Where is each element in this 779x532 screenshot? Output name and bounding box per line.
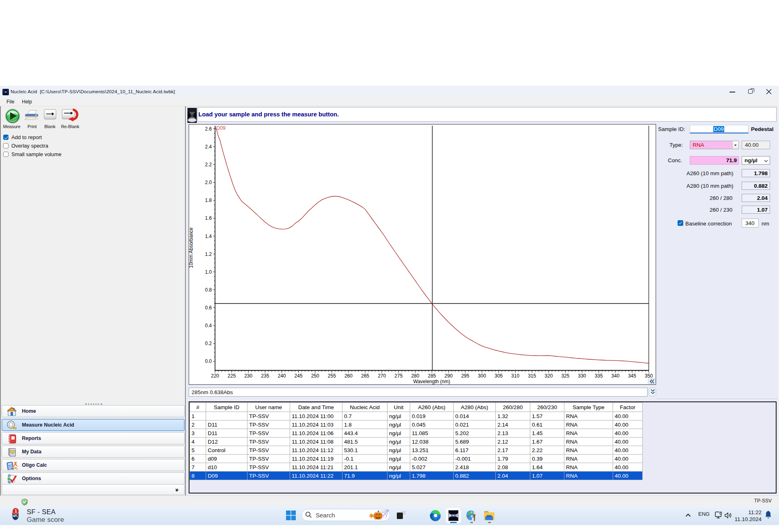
svg-text:0.8: 0.8 xyxy=(205,287,212,293)
svg-text:1.0: 1.0 xyxy=(205,269,212,275)
svg-text:325: 325 xyxy=(561,373,569,379)
svg-text:2.4: 2.4 xyxy=(205,144,212,150)
svg-text:0.0: 0.0 xyxy=(205,358,212,364)
svg-text:270: 270 xyxy=(378,373,386,379)
svg-text:1.2: 1.2 xyxy=(205,251,212,257)
svg-text:220: 220 xyxy=(211,373,219,379)
svg-text:285: 285 xyxy=(428,373,436,379)
svg-text:0.6: 0.6 xyxy=(205,305,212,311)
svg-text:Wavelength (nm): Wavelength (nm) xyxy=(413,379,450,384)
svg-text:275: 275 xyxy=(394,373,402,379)
svg-text:320: 320 xyxy=(544,373,553,379)
svg-text:250: 250 xyxy=(311,373,319,379)
svg-text:2.6: 2.6 xyxy=(205,126,212,132)
svg-text:305: 305 xyxy=(495,373,503,379)
svg-text:335: 335 xyxy=(595,373,603,379)
svg-text:255: 255 xyxy=(328,373,336,379)
svg-text:D09: D09 xyxy=(216,125,226,131)
svg-text:290: 290 xyxy=(445,373,453,379)
svg-text:230: 230 xyxy=(244,373,252,379)
svg-text:10mm Absorbance: 10mm Absorbance xyxy=(189,227,194,268)
svg-text:NFL: NFL xyxy=(13,515,18,517)
svg-text:240: 240 xyxy=(278,373,286,379)
svg-text:0.4: 0.4 xyxy=(205,323,212,328)
svg-text:345: 345 xyxy=(628,373,636,379)
svg-text:310: 310 xyxy=(511,373,519,379)
svg-text:265: 265 xyxy=(361,373,369,379)
svg-text:1.6: 1.6 xyxy=(205,215,212,221)
svg-text:1.4: 1.4 xyxy=(205,234,212,239)
svg-text:1.8: 1.8 xyxy=(205,197,212,203)
svg-text:235: 235 xyxy=(261,373,269,379)
svg-text:2.2: 2.2 xyxy=(205,162,212,167)
svg-text:245: 245 xyxy=(295,373,303,379)
svg-text:295: 295 xyxy=(461,373,469,379)
svg-text:300: 300 xyxy=(478,373,486,379)
svg-text:315: 315 xyxy=(528,373,536,379)
svg-text:225: 225 xyxy=(228,373,236,379)
svg-text:260: 260 xyxy=(344,373,353,379)
svg-text:0.2: 0.2 xyxy=(205,341,212,346)
svg-text:340: 340 xyxy=(611,373,620,379)
svg-text:330: 330 xyxy=(578,373,586,379)
svg-text:2.0: 2.0 xyxy=(205,180,212,185)
svg-text:280: 280 xyxy=(411,373,419,379)
